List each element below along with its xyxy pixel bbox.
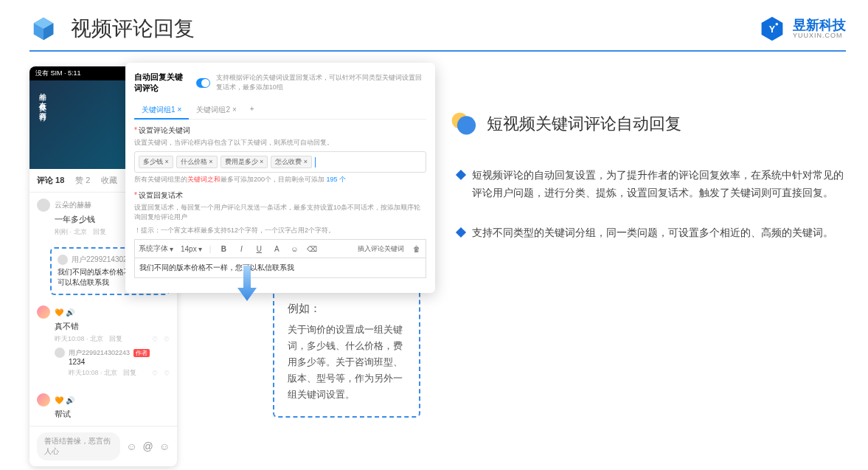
underline-icon[interactable]: U	[254, 245, 264, 253]
settings-title: 自动回复关键词评论	[134, 72, 190, 94]
comment-input-bar: 善语结善缘，恶言伤人心 ☺ @ ☺	[29, 426, 177, 466]
header-divider	[29, 50, 846, 52]
keyword-count-hint: 所有关键词组里的关键词之和最多可添加200个，目前剩余可添加 195 个	[134, 175, 426, 184]
tab-fav[interactable]: 收藏	[101, 175, 117, 186]
reply-hint: 设置回复话术，每回复一个用户评论只发送一条话术，最多支持设置10条不同话术，按添…	[134, 203, 426, 222]
video-caption: 今的り有点 你笑り有酒,行	[37, 88, 47, 108]
dislike-icon[interactable]: ♡	[164, 370, 170, 377]
example-callout: 例如： 关于询价的设置成一组关键词，多少钱、什么价格，费用多少等。关于咨询班型、…	[273, 284, 420, 418]
comment-username: 云朵的赫赫	[55, 200, 91, 210]
page-header: 视频评论回复 Y 昱新科技 YUUXIN.COM	[0, 0, 868, 50]
avatar	[37, 305, 50, 319]
enable-toggle[interactable]	[196, 78, 210, 88]
bullet-text: 短视频评论的自动回复设置，为了提升作者的评论回复效率，在系统中针对常见的评论用户…	[472, 167, 846, 202]
keyword-tag[interactable]: 怎么收费 ×	[271, 156, 312, 168]
svg-text:Y: Y	[769, 24, 776, 35]
reply-label: *设置回复话术	[134, 190, 426, 201]
color-icon[interactable]: A	[271, 245, 282, 253]
tab-likes[interactable]: 赞 2	[75, 175, 90, 186]
close-icon[interactable]: ×	[232, 106, 237, 114]
svg-point-1	[776, 23, 779, 26]
heart-icon[interactable]: ♡	[152, 336, 158, 343]
reply-link[interactable]: 回复	[93, 227, 106, 237]
editor-content[interactable]: 我们不同的版本价格不一样，您可以私信联系我	[134, 258, 426, 278]
bullet-text: 支持不同类型的关键词分组，同一类问题，可设置多个相近的、高频的关键词。	[472, 224, 833, 242]
avatar	[58, 255, 68, 265]
size-select[interactable]: 14px ▾	[181, 245, 202, 253]
reply-link[interactable]: 回复	[123, 368, 136, 378]
keyword-tag-input[interactable]: 多少钱 × 什么价格 × 费用是多少 × 怎么收费 ×	[134, 151, 426, 173]
keyword-tag[interactable]: 多少钱 ×	[139, 156, 173, 168]
kw-tab-2[interactable]: 关键词组2×	[189, 101, 243, 119]
avatar	[37, 198, 50, 212]
author-badge: 作者	[133, 349, 150, 357]
comment-username: 🧡 🔊	[55, 396, 74, 404]
text-cursor	[315, 157, 316, 167]
brand-name: 昱新科技	[793, 18, 846, 32]
clear-icon[interactable]: ⌫	[307, 245, 317, 253]
chat-bubble-icon	[450, 111, 476, 137]
comment-item: 🧡 🔊 帮试	[29, 387, 177, 426]
illustration-panel: 没有 SIM · 5:11 今的り有点 你笑り有酒,行 评论 18 赞 2 收藏…	[29, 66, 420, 263]
diamond-icon	[456, 227, 466, 238]
add-group-button[interactable]: +	[244, 101, 260, 119]
keyword-tag[interactable]: 什么价格 ×	[176, 156, 218, 168]
avatar	[37, 393, 50, 407]
bold-icon[interactable]: B	[218, 245, 229, 253]
dislike-icon[interactable]: ♡	[164, 336, 170, 343]
sub-text: 1234	[69, 358, 170, 366]
font-select[interactable]: 系统字体 ▾	[139, 243, 173, 254]
settings-desc: 支持根据评论的关键词设置回复话术，可以针对不同类型关键词设置回复话术，最多添加1…	[216, 73, 426, 92]
comment-input[interactable]: 善语结善缘，恶言伤人心	[37, 432, 120, 460]
comment-item: 🧡 🔊 真不错 昨天10:08 · 北京 回复 ♡ ♡ 用户2299214302…	[29, 300, 177, 387]
example-title: 例如：	[288, 299, 406, 318]
avatar	[55, 348, 65, 358]
page-title: 视频评论回复	[71, 15, 195, 43]
diamond-icon	[456, 170, 466, 180]
emoji-icon[interactable]: ☺	[289, 245, 299, 253]
keywords-label: *设置评论关键词	[134, 125, 426, 136]
svg-point-3	[457, 116, 476, 134]
brand-logo: Y 昱新科技 YUUXIN.COM	[759, 15, 846, 42]
emoji-icon[interactable]: ☺	[159, 440, 170, 452]
reply-tip: ！提示：一个富文本框最多支持512个字符，一个汉字占用2个字符。	[134, 226, 426, 235]
tab-comments[interactable]: 评论 18	[37, 175, 64, 186]
arrow-down-icon	[236, 266, 258, 303]
keyword-tag[interactable]: 费用是多少 ×	[221, 156, 268, 168]
bullet-item: 短视频评论的自动回复设置，为了提升作者的评论回复效率，在系统中针对常见的评论用户…	[450, 167, 846, 202]
comment-username: 🧡 🔊	[55, 308, 74, 317]
reply-link[interactable]: 回复	[109, 334, 122, 344]
delete-icon[interactable]: 🗑	[412, 245, 422, 253]
cube-icon	[29, 15, 58, 43]
keywords-hint: 设置关键词，当评论框内容包含了以下关键词，则系统可自动回复。	[134, 138, 426, 148]
editor-toolbar: 系统字体 ▾ 14px ▾ | B I U A ☺ ⌫ 插入评论关键词 🗑	[134, 239, 426, 258]
brand-domain: YUUXIN.COM	[793, 32, 846, 39]
kw-tab-1[interactable]: 关键词组1×	[134, 101, 189, 119]
comment-text: 真不错	[55, 321, 170, 332]
image-icon[interactable]: ☺	[126, 440, 136, 452]
section-title: 短视频关键词评论自动回复	[487, 113, 681, 135]
logo-badge-icon: Y	[759, 15, 785, 42]
sub-username: 用户2299214302243	[69, 348, 130, 358]
keyword-settings-panel: 自动回复关键词评论 支持根据评论的关键词设置回复话术，可以针对不同类型关键词设置…	[125, 63, 435, 293]
description-panel: 短视频关键词评论自动回复 短视频评论的自动回复设置，为了提升作者的评论回复效率，…	[450, 66, 846, 263]
comment-text: 帮试	[55, 409, 170, 420]
italic-icon[interactable]: I	[236, 245, 246, 253]
heart-icon[interactable]: ♡	[152, 370, 158, 377]
close-icon[interactable]: ×	[178, 106, 182, 114]
at-icon[interactable]: @	[142, 440, 153, 452]
insert-keyword-button[interactable]: 插入评论关键词	[358, 244, 404, 254]
keyword-group-tabs: 关键词组1× 关键词组2× +	[134, 101, 426, 120]
example-body: 关于询价的设置成一组关键词，多少钱、什么价格，费用多少等。关于咨询班型、版本、型…	[288, 322, 406, 403]
bullet-item: 支持不同类型的关键词分组，同一类问题，可设置多个相近的、高频的关键词。	[450, 224, 846, 242]
sub-comment: 用户2299214302243 作者 1234 昨天10:08 · 北京 回复 …	[55, 344, 170, 381]
